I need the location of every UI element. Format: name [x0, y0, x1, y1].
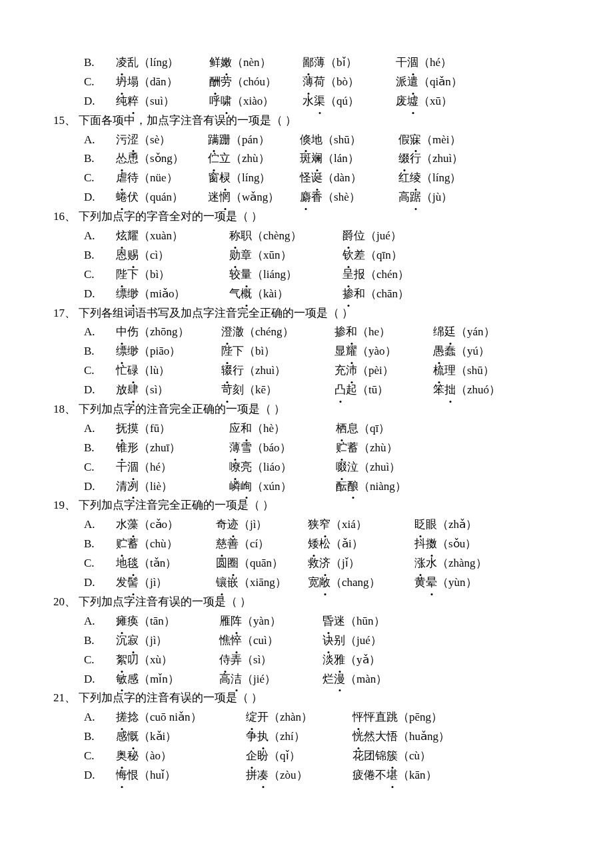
option-word: 梳理（shū）: [433, 361, 526, 381]
option-word: 掺和（chān）: [342, 285, 456, 304]
option-word: 悔恨（huǐ）: [116, 766, 246, 785]
option-word: 呈报（chén）: [342, 265, 456, 285]
option-word: 伫立（zhù）: [208, 149, 300, 169]
option-word: 怦怦直跳（pēng）: [352, 708, 486, 727]
option-row: C.奥秘（ào）企盼（qǐ）花团锦簇（cù）: [84, 747, 613, 766]
option-row: A.炫耀（xuàn）称职（chèng）爵位（jué）: [84, 227, 613, 246]
option-word: 疲倦不堪（kān）: [352, 766, 486, 785]
option-row: A.抚摸（fū）应和（hè）栖息（qī）: [84, 419, 613, 439]
option-row: B.贮蓄（chù）慈善（cí）矮松（ǎi）抖擞（sǒu）: [84, 535, 613, 554]
option-word: 争执（zhí）: [246, 727, 352, 747]
option-label: D.: [84, 766, 116, 785]
option-word: 绵廷（yán）: [433, 323, 526, 342]
option-row: A.水藻（cǎo）奇迹（jì）狭窄（xiá）眨眼（zhǎ）: [84, 515, 613, 535]
option-row: B.锥形（zhuī）薄雪（báo）贮蓄（zhù）: [84, 439, 613, 458]
option-row: C.絮叨（xù）侍弄（sì）淡雅（yǎ）: [84, 651, 613, 670]
question-stem: 17、下列各组词语书写及加点字注音完全正确的一项是（ ）: [53, 304, 613, 323]
option-word: 憔悴（cuì）: [219, 631, 322, 651]
option-word: 迷惘（wǎng）: [208, 188, 300, 207]
option-label: D.: [84, 477, 116, 497]
question-number: 16、: [53, 207, 79, 227]
option-word: 虐待（nüe）: [116, 169, 208, 188]
option-word: 废墟（xū）: [396, 92, 489, 111]
option-word: 怂恿（sǒng）: [116, 149, 208, 169]
question-text: 下列加点字注音有误的一项是（ ）: [79, 595, 251, 608]
option-word: 狭窄（xiá）: [308, 515, 414, 535]
option-label: C.: [84, 73, 116, 92]
option-row: C.地毯（tǎn）圆圈（quān）救济（jǐ）涨水（zhàng）: [84, 554, 613, 573]
option-row: D.蜷伏（quán）迷惘（wǎng）麝香（shè）高踞（jù）: [84, 188, 613, 207]
option-word: 酬劳（chóu）: [209, 73, 303, 92]
option-word: 企盼（qǐ）: [246, 747, 352, 766]
option-word: 搓捻（cuō niǎn）: [116, 708, 246, 727]
option-word: 薄荷（bò）: [303, 73, 396, 92]
question-stem: 21、下列加点字的注音有误的一项是（ ）: [53, 689, 613, 708]
option-word: 地毯（tǎn）: [116, 554, 216, 573]
option-row: B.恩赐（cì）勋章（xūn）钦差（qīn）: [84, 246, 613, 265]
option-word: 瘫痪（tān）: [116, 612, 219, 631]
option-word: 呼啸（xiào）: [209, 92, 303, 111]
option-word: 敏感（mǐn）: [116, 670, 219, 689]
option-word: 钦差（qīn）: [342, 246, 456, 265]
option-word: 宽敞（chang）: [308, 573, 414, 593]
option-word: 清冽（liè）: [116, 477, 229, 497]
option-label: A.: [84, 612, 116, 631]
option-word: 炫耀（xuàn）: [116, 227, 229, 246]
question-number: 18、: [53, 400, 79, 419]
option-word: 怪诞（dàn）: [300, 169, 398, 188]
option-word: 坍塌（dān）: [116, 73, 209, 92]
option-word: 假寐（mèi）: [398, 131, 498, 150]
option-word: 蹒跚（pán）: [208, 131, 300, 150]
option-row: B.感慨（kǎi）争执（zhí）恍然大悟（huǎng）: [84, 727, 613, 747]
option-word: 蜷伏（quán）: [116, 188, 208, 207]
option-row: B.怂恿（sǒng）伫立（zhù）斑斓（lán）缀行（zhuì）: [84, 149, 613, 169]
option-label: B.: [84, 246, 116, 265]
option-word: 薄雪（báo）: [229, 439, 336, 458]
option-word: 麝香（shè）: [300, 188, 398, 207]
option-word: 气概（kài）: [229, 285, 342, 304]
option-row: B.缥缈（piāo）陛下（bì）显耀（yào）愚蠢（yú）: [84, 342, 613, 361]
option-label: D.: [84, 381, 116, 400]
option-word: 充沛（pèi）: [334, 361, 433, 381]
option-word: 凸起（tū）: [334, 381, 433, 400]
option-word: 辍行（zhuì）: [221, 361, 334, 381]
option-label: D.: [84, 573, 116, 593]
option-word: 镶嵌（xiāng）: [216, 573, 308, 593]
option-word: 感慨（kǎi）: [116, 727, 246, 747]
option-word: 较量（liáng）: [229, 265, 342, 285]
option-word: 黄晕（yùn）: [414, 573, 514, 593]
option-word: 贮蓄（zhù）: [336, 439, 442, 458]
option-word: 高踞（jù）: [398, 188, 498, 207]
question-text: 下面各项中，加点字注音有误的一项是（ ）: [79, 114, 297, 127]
option-word: 鲜嫩（nèn）: [209, 53, 303, 73]
option-label: C.: [84, 169, 116, 188]
option-word: 恍然大悟（huǎng）: [352, 727, 486, 747]
option-word: 笨拙（zhuó）: [433, 381, 526, 400]
question-text: 下列加点字的字音全对的一项是（ ）: [79, 210, 263, 223]
option-word: 澄澈（chéng）: [221, 323, 334, 342]
option-word: 掺和（he）: [334, 323, 433, 342]
option-word: 缥缈（piāo）: [116, 342, 221, 361]
option-word: 雁阵（yàn）: [219, 612, 322, 631]
option-word: 鄙薄（bǐ）: [303, 53, 396, 73]
option-word: 陛下（bì）: [116, 265, 229, 285]
option-row: C.干涸（hé）嘹亮（liáo）啜泣（zhuì）: [84, 458, 613, 477]
option-word: 奥秘（ào）: [116, 747, 246, 766]
question-text: 下列加点字的注音完全正确的一项是（ ）: [79, 403, 285, 415]
option-word: 拼凑（zòu）: [246, 766, 352, 785]
option-word: 忙碌（lù）: [116, 361, 221, 381]
option-word: 啜泣（zhuì）: [336, 458, 442, 477]
question-number: 19、: [53, 496, 79, 515]
option-row: A.搓捻（cuō niǎn）绽开（zhàn）怦怦直跳（pēng）: [84, 708, 613, 727]
option-label: A.: [84, 708, 116, 727]
option-row: D.纯粹（suì）呼啸（xiào）水渠（qú）废墟（xū）: [84, 92, 613, 111]
option-word: 凌乱（líng）: [116, 53, 209, 73]
option-word: 昏迷（hūn）: [322, 612, 426, 631]
option-row: A.瘫痪（tān）雁阵（yàn）昏迷（hūn）: [84, 612, 613, 631]
option-word: 绽开（zhàn）: [246, 708, 352, 727]
option-word: 窗棂（líng）: [208, 169, 300, 188]
option-label: B.: [84, 727, 116, 747]
option-word: 絮叨（xù）: [116, 651, 219, 670]
question-number: 15、: [53, 111, 79, 131]
option-word: 眨眼（zhǎ）: [414, 515, 514, 535]
